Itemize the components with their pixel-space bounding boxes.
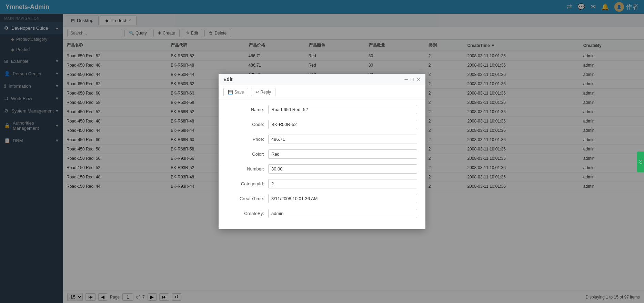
code-input[interactable] — [268, 120, 417, 129]
form-row-createby: CreateBy: — [227, 209, 417, 218]
modal-body: Name: Code: Price: Color: Number: Catego… — [219, 99, 425, 229]
save-icon: 💾 — [228, 90, 233, 95]
modal-save-button[interactable]: 💾 Save — [223, 88, 248, 96]
modal-title: Edit — [223, 77, 232, 82]
code-label: Code: — [227, 122, 268, 127]
form-row-number: Number: — [227, 164, 417, 174]
form-row-price: Price: — [227, 135, 417, 144]
number-label: Number: — [227, 166, 268, 172]
modal-reply-button[interactable]: ↩ Reply — [251, 88, 275, 96]
modal-header: Edit ─ □ ✕ — [219, 74, 425, 85]
price-input[interactable] — [268, 135, 417, 144]
price-label: Price: — [227, 137, 268, 142]
edit-modal: Edit ─ □ ✕ 💾 Save ↩ Reply Name: Cod — [219, 74, 425, 229]
scroll-hint-badge: 50 — [637, 152, 644, 172]
reply-label: Reply — [260, 90, 271, 95]
form-row-createtime: CreateTime: — [227, 194, 417, 203]
modal-toolbar: 💾 Save ↩ Reply — [219, 85, 425, 99]
form-row-code: Code: — [227, 120, 417, 129]
category-label: CategoryId: — [227, 181, 268, 186]
form-row-category: CategoryId: — [227, 179, 417, 188]
modal-header-icons: ─ □ ✕ — [405, 77, 421, 82]
modal-close-icon[interactable]: ✕ — [416, 77, 421, 82]
color-input[interactable] — [268, 149, 417, 159]
createtime-input[interactable] — [268, 194, 417, 203]
modal-overlay[interactable]: Edit ─ □ ✕ 💾 Save ↩ Reply Name: Cod — [0, 0, 644, 303]
form-row-name: Name: — [227, 105, 417, 114]
save-label: Save — [234, 90, 244, 95]
category-input[interactable] — [268, 179, 417, 188]
createby-input[interactable] — [268, 209, 417, 218]
name-label: Name: — [227, 107, 268, 112]
reply-icon: ↩ — [255, 90, 259, 95]
createtime-label: CreateTime: — [227, 196, 268, 201]
modal-maximize-icon[interactable]: □ — [411, 77, 414, 82]
color-label: Color: — [227, 152, 268, 157]
name-input[interactable] — [268, 105, 417, 114]
number-input[interactable] — [268, 164, 417, 174]
form-row-color: Color: — [227, 149, 417, 159]
scroll-hint-value: 50 — [639, 160, 643, 164]
createby-label: CreateBy: — [227, 211, 268, 216]
modal-minimize-icon[interactable]: ─ — [405, 77, 408, 82]
